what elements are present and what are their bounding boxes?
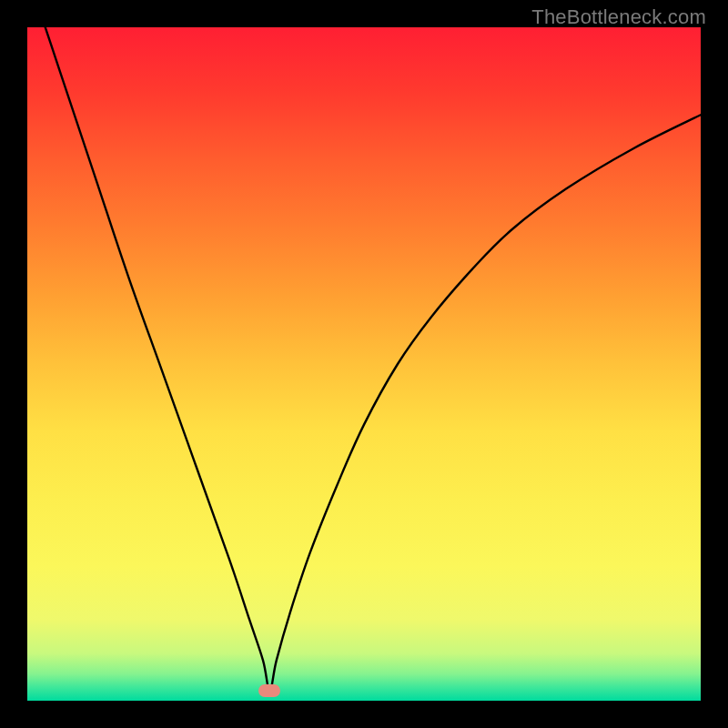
curve-path (27, 27, 701, 691)
bottleneck-curve (27, 27, 701, 701)
watermark-text: TheBottleneck.com (531, 5, 706, 29)
optimum-marker (258, 684, 280, 697)
chart-frame: TheBottleneck.com (0, 0, 728, 728)
plot-area (27, 27, 701, 701)
